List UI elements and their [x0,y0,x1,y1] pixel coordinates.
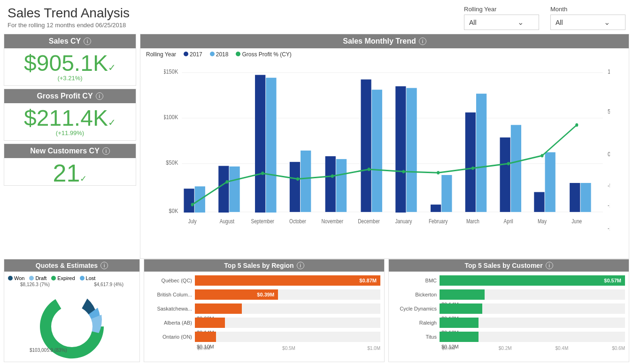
donut-legend: Won Draft Expired Lost [8,275,136,281]
customers-trend-icon: ✓ [80,174,87,183]
legend-gross-pct: Gross Profit % (CY) [236,51,291,58]
svg-point-55 [368,167,371,171]
filter-rolling-year: Rolling Year All ⌄ [464,6,539,30]
svg-text:August: August [220,218,235,224]
svg-rect-24 [361,79,371,212]
svg-text:0%: 0% [608,151,610,158]
region-bar-value: $0.39M [255,292,276,297]
quotes-panel: Quotes & Estimates i Won Draft Expired [4,259,140,362]
svg-text:$100K: $100K [164,114,178,121]
customer-bar-fill [440,289,485,300]
svg-rect-26 [395,86,406,212]
label-draft-amount: $4,617.9 (4%) [94,282,124,287]
svg-text:February: February [429,218,448,224]
svg-point-54 [331,174,334,178]
svg-rect-16 [218,166,229,212]
sales-cy-card: Sales CY i $905.1K✓ (+3.21%) [4,34,136,86]
customer-bar-label: Raleigh [393,320,440,326]
svg-point-51 [225,180,228,183]
top-regions-panel: Top 5 Sales by Region i Québec (QC) $0.8… [144,259,385,362]
quotes-title: Quotes & Estimates [36,262,98,269]
region-bar-label: Saskatchewa... [148,306,195,311]
info-icon-quotes[interactable]: i [100,262,108,269]
customer-bar-fill: $0.57M [440,275,625,286]
region-bar-track: $0.14M [195,318,380,328]
gross-profit-cy-header: Gross Profit CY i [4,89,136,103]
monthly-trend-panel: Sales Monthly Trend i Rolling Year 2017 … [140,34,629,259]
info-icon-customers-chart[interactable]: i [546,262,553,269]
legend-expired: Expired [51,275,75,281]
svg-text:$50K: $50K [166,159,178,166]
gross-profit-cy-card: Gross Profit CY i $211.4K✓ (+11.99%) [4,89,136,141]
svg-text:$0K: $0K [169,207,179,214]
region-bar-track: $0.10M [195,332,380,342]
info-icon-sales[interactable]: i [84,38,91,45]
legend-2018: 2018 [210,51,229,58]
region-bar-fill [195,332,216,342]
title-block: Sales Trend Analysis For the rolling 12 … [8,6,130,29]
chart-legend: Rolling Year 2017 2018 Gross Profit % (C… [140,48,629,61]
customer-bar-track: $0.13M [440,303,625,314]
top-customers-content: BMC $0.57M Bickerton $0.14M Cycle Dynami… [389,272,629,362]
header: Sales Trend Analysis For the rolling 12 … [0,0,633,34]
gross-profit-cy-change: (+11.99%) [4,129,136,140]
region-bar-chart: Québec (QC) $0.87M British Colum... $0.3… [148,275,380,342]
customer-bar-label: Titus [393,334,440,340]
customer-bar-label: BMC [393,278,440,283]
region-bar-label: Alberta (AB) [148,320,195,326]
region-bar-row: Ontario (ON) $0.10M [148,332,380,342]
customer-bar-row: Titus $0.12M [393,332,625,342]
svg-point-52 [261,172,264,175]
svg-text:May: May [538,218,547,224]
region-bar-value-outside: $0.10M [197,344,214,349]
svg-text:January: January [395,218,412,224]
quotes-header: Quotes & Estimates i [4,259,139,272]
svg-rect-37 [580,183,591,212]
svg-rect-30 [465,113,476,212]
customer-bar-value: $0.57M [602,278,623,283]
new-customers-cy-card: New Customers CY i 21✓ [4,144,136,186]
gross-profit-cy-label: Gross Profit CY [37,92,93,100]
customer-bar-row: Raleigh $0.12M [393,318,625,328]
svg-rect-36 [570,183,580,212]
filter-month-select[interactable]: All ⌄ [550,15,625,30]
svg-rect-27 [406,88,417,212]
monthly-trend-title: Sales Monthly Trend [343,37,416,46]
customer-bar-row: BMC $0.57M [393,275,625,286]
svg-text:100%: 100% [608,68,610,75]
region-bar-fill: $0.87M [195,275,380,286]
info-icon-regions[interactable]: i [297,262,304,269]
region-bar-fill [195,303,242,314]
info-icon-gross[interactable]: i [96,92,103,100]
info-icon-customers[interactable]: i [102,147,110,155]
svg-rect-21 [301,151,311,212]
top-regions-header: Top 5 Sales by Region i [144,259,384,272]
filter-rolling-year-select[interactable]: All ⌄ [464,15,539,30]
region-bar-row: Saskatchewa... $0.22M [148,303,380,314]
customer-bar-row: Cycle Dynamics $0.13M [393,303,625,314]
svg-point-57 [437,171,440,174]
svg-rect-17 [229,167,239,212]
donut-container: $8,126.3 (7%) $4,617.9 (4%) $103,005.9 (… [8,283,136,364]
region-bar-track: $0.87M [195,275,380,286]
customer-bar-fill [440,303,482,314]
customer-bar-fill [440,332,479,342]
svg-text:July: July [188,218,197,224]
region-bar-label: Ontario (ON) [148,334,195,340]
sales-cy-change: (+3.21%) [4,75,136,85]
svg-rect-18 [255,75,265,212]
customer-bar-fill [440,318,479,328]
info-icon-monthly[interactable]: i [419,38,426,45]
svg-point-58 [471,167,474,170]
top-customers-header: Top 5 Sales by Customer i [389,259,629,272]
customer-bar-label: Cycle Dynamics [393,306,440,311]
svg-point-59 [507,162,510,165]
svg-rect-20 [290,162,300,212]
region-bar-label: Québec (QC) [148,278,195,283]
filter-rolling-year-label: Rolling Year [464,6,539,13]
svg-rect-32 [500,137,510,212]
sales-cy-label: Sales CY [49,37,81,46]
region-bar-track: $0.22M [195,303,380,314]
gross-trend-icon: ✓ [108,117,116,128]
svg-rect-19 [266,78,276,212]
